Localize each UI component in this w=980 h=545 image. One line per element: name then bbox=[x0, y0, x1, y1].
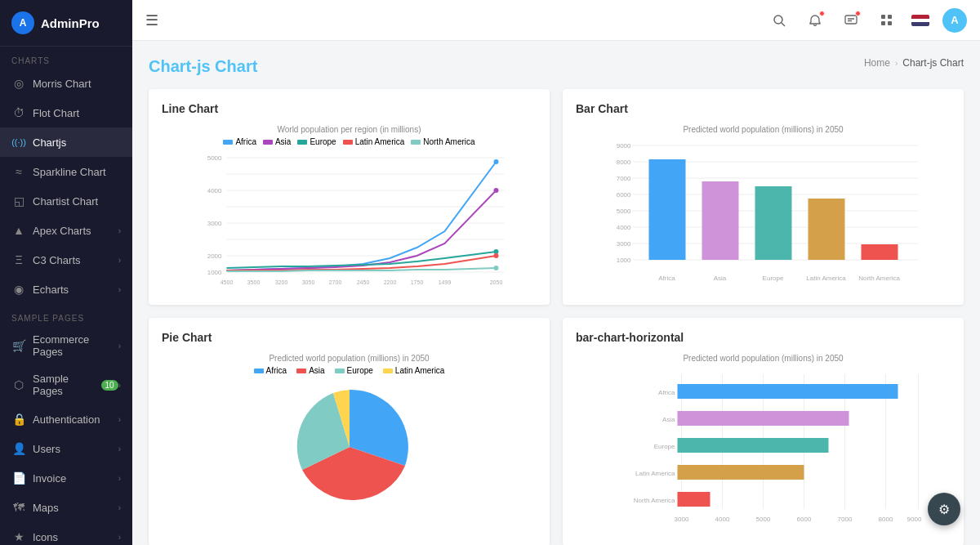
line-chart-legend: Africa Asia Europe Latin America bbox=[162, 137, 537, 146]
legend-label: Asia bbox=[275, 137, 291, 146]
bar-chart-horizontal-card: bar-chart-horizontal Predicted world pop… bbox=[563, 318, 964, 545]
line-chart-svg: 5000 4000 3000 2000 1000 4500 3500 3200 … bbox=[162, 150, 537, 288]
search-icon bbox=[773, 14, 786, 27]
legend-asia: Asia bbox=[296, 366, 324, 375]
sidebar-item-label: Sample Pages bbox=[33, 373, 101, 397]
sidebar-item-echarts[interactable]: ◉ Echarts › bbox=[0, 275, 132, 304]
sidebar-item-apex-charts[interactable]: ▲ Apex Charts › bbox=[0, 216, 132, 245]
timer-icon: ⏱ bbox=[11, 105, 26, 120]
svg-line-1 bbox=[782, 23, 785, 26]
pie-chart-title: Pie Chart bbox=[162, 331, 537, 344]
legend-color bbox=[263, 140, 273, 145]
main-container: ☰ bbox=[132, 0, 980, 545]
svg-text:7000: 7000 bbox=[838, 516, 853, 523]
svg-point-30 bbox=[494, 159, 499, 164]
notification-button[interactable] bbox=[804, 9, 826, 32]
svg-text:Europe: Europe bbox=[763, 275, 784, 282]
legend-latin-america: Latin America bbox=[343, 137, 405, 146]
svg-text:Latin America: Latin America bbox=[806, 275, 846, 282]
breadcrumb-home[interactable]: Home bbox=[864, 57, 890, 69]
svg-text:Africa: Africa bbox=[658, 389, 675, 396]
chevron-right-icon: › bbox=[118, 503, 121, 512]
sidebar-item-chartist-chart[interactable]: ◱ Chartist Chart bbox=[0, 186, 132, 216]
apps-button[interactable] bbox=[875, 9, 898, 32]
svg-rect-5 bbox=[881, 21, 885, 25]
svg-rect-73 bbox=[678, 384, 898, 399]
messages-button[interactable] bbox=[840, 9, 862, 32]
svg-text:2700: 2700 bbox=[329, 279, 342, 285]
sidebar-item-label: Icons bbox=[33, 531, 118, 543]
line-chart-subtitle: World population per region (in millions… bbox=[162, 125, 537, 134]
svg-point-34 bbox=[494, 266, 499, 270]
lock-icon: 🔒 bbox=[11, 412, 26, 427]
sidebar-item-flot-chart[interactable]: ⏱ Flot Chart bbox=[0, 98, 132, 127]
svg-rect-76 bbox=[678, 465, 804, 480]
svg-text:9000: 9000 bbox=[617, 142, 631, 150]
legend-north-america: North America bbox=[411, 137, 474, 146]
svg-text:1499: 1499 bbox=[439, 279, 452, 285]
bar-chart-h-title: bar-chart-horizontal bbox=[576, 331, 951, 344]
sidebar-item-chartjs[interactable]: ((·)) Chartjs bbox=[0, 127, 132, 157]
content-area: Chart-js Chart Home › Chart-js Chart Lin… bbox=[132, 41, 980, 545]
sidebar-item-label: Sparkline Chart bbox=[33, 166, 121, 178]
legend-color bbox=[343, 140, 353, 145]
svg-text:2200: 2200 bbox=[384, 279, 397, 285]
sidebar-item-maps[interactable]: 🗺 Maps › bbox=[0, 493, 132, 522]
svg-text:7000: 7000 bbox=[617, 175, 631, 182]
sidebar-item-label: Chartist Chart bbox=[33, 195, 121, 208]
bar-chart-subtitle: Predicted world population (millions) in… bbox=[576, 125, 951, 134]
sidebar-item-icons[interactable]: ★ Icons › bbox=[0, 522, 132, 545]
svg-text:4500: 4500 bbox=[220, 279, 234, 285]
user-avatar[interactable]: A bbox=[942, 8, 967, 33]
svg-text:Africa: Africa bbox=[658, 275, 675, 282]
echarts-icon: ◉ bbox=[11, 282, 26, 297]
svg-text:9000: 9000 bbox=[907, 516, 922, 523]
svg-text:5000: 5000 bbox=[617, 208, 631, 215]
svg-text:1000: 1000 bbox=[617, 257, 631, 264]
sidebar-item-ecommerce-pages[interactable]: 🛒 Ecommerce Pages › bbox=[0, 326, 132, 365]
svg-rect-4 bbox=[888, 15, 892, 19]
sidebar-logo: A AdminPro bbox=[0, 0, 132, 47]
svg-point-33 bbox=[494, 253, 499, 258]
hamburger-menu-button[interactable]: ☰ bbox=[145, 11, 158, 29]
map-icon: 🗺 bbox=[11, 500, 26, 515]
svg-rect-75 bbox=[678, 438, 829, 453]
svg-text:2000: 2000 bbox=[207, 252, 222, 260]
line-chart-card: Line Chart World population per region (… bbox=[149, 89, 550, 305]
settings-fab[interactable]: ⚙ bbox=[928, 493, 960, 525]
sidebar-item-users[interactable]: 👤 Users › bbox=[0, 434, 132, 463]
svg-text:1000: 1000 bbox=[207, 269, 222, 276]
legend-africa: Africa bbox=[223, 137, 256, 146]
logo-text: AdminPro bbox=[41, 16, 100, 30]
legend-label: Africa bbox=[235, 137, 256, 146]
svg-text:3050: 3050 bbox=[302, 279, 315, 285]
bar-chart-h-svg: Africa Asia Europe Latin America North A… bbox=[576, 366, 951, 529]
svg-text:3000: 3000 bbox=[207, 220, 222, 227]
legend-asia: Asia bbox=[263, 137, 291, 146]
message-badge bbox=[855, 11, 861, 16]
sidebar-item-c3-charts[interactable]: Ξ C3 Charts › bbox=[0, 245, 132, 275]
legend-label: Asia bbox=[309, 366, 324, 375]
svg-text:North America: North America bbox=[858, 275, 900, 282]
chevron-right-icon: › bbox=[118, 342, 121, 351]
sparkline-icon: ≈ bbox=[11, 164, 26, 179]
sidebar-item-sample-pages[interactable]: ⬡ Sample Pages 10 › bbox=[0, 365, 132, 404]
sidebar-item-invoice[interactable]: 📄 Invoice › bbox=[0, 463, 132, 493]
legend-color bbox=[296, 369, 306, 373]
svg-rect-6 bbox=[888, 21, 892, 25]
logo-icon: A bbox=[11, 11, 34, 34]
sidebar-item-morris-chart[interactable]: ◎ Morris Chart bbox=[0, 69, 132, 98]
svg-text:4000: 4000 bbox=[617, 224, 631, 231]
sidebar-item-authentication[interactable]: 🔒 Authentication › bbox=[0, 404, 132, 434]
bar-chart-svg: 9000 8000 7000 6000 5000 4000 3000 1000 … bbox=[576, 137, 951, 288]
svg-rect-74 bbox=[678, 411, 849, 426]
language-selector[interactable] bbox=[911, 15, 929, 26]
sidebar-item-sparkline-chart[interactable]: ≈ Sparkline Chart bbox=[0, 157, 132, 186]
search-button[interactable] bbox=[768, 9, 791, 32]
sidebar-item-label: Users bbox=[33, 443, 118, 455]
pie-chart-subtitle: Predicted world population (millions) in… bbox=[162, 354, 537, 363]
svg-text:4000: 4000 bbox=[715, 516, 730, 523]
svg-text:Europe: Europe bbox=[654, 443, 675, 450]
legend-label: Europe bbox=[347, 366, 373, 375]
grid-icon bbox=[880, 14, 893, 27]
